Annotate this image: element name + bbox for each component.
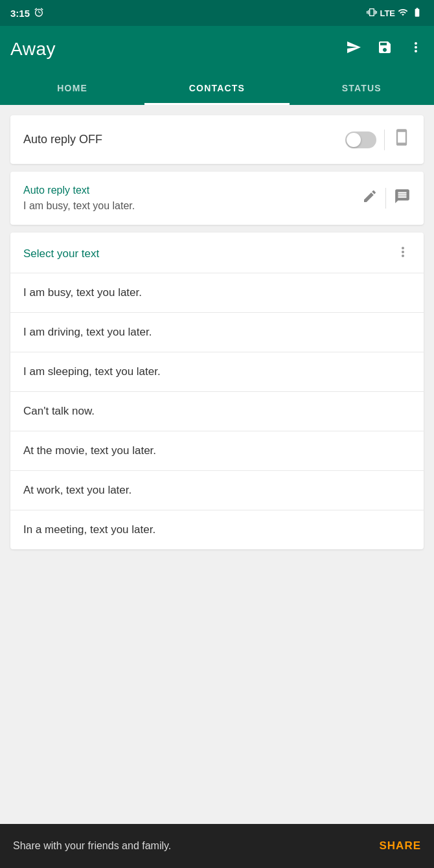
status-bar-right: LTE bbox=[367, 7, 424, 19]
tab-status[interactable]: STATUS bbox=[290, 73, 434, 104]
signal-icon bbox=[398, 7, 408, 19]
status-bar: 3:15 LTE bbox=[0, 0, 434, 26]
list-item[interactable]: At the movie, text you later. bbox=[10, 431, 424, 470]
list-item[interactable]: I am busy, text you later. bbox=[10, 273, 424, 312]
select-text-header: Select your text bbox=[10, 233, 424, 273]
list-item[interactable]: I am sleeping, text you later. bbox=[10, 352, 424, 391]
auto-reply-text-title: Auto reply text bbox=[23, 185, 362, 196]
tab-contacts[interactable]: CONTACTS bbox=[144, 73, 289, 104]
list-item[interactable]: In a meeting, text you later. bbox=[10, 510, 424, 549]
auto-reply-toggle[interactable] bbox=[345, 131, 376, 148]
vibrate-icon bbox=[367, 7, 377, 19]
list-item[interactable]: I am driving, text you later. bbox=[10, 312, 424, 352]
chat-icon[interactable] bbox=[394, 188, 411, 209]
app-bar-actions bbox=[346, 40, 424, 59]
app-title: Away bbox=[10, 39, 56, 60]
send-icon[interactable] bbox=[346, 40, 361, 59]
auto-reply-text-card: Auto reply text I am busy, text you late… bbox=[10, 172, 424, 225]
lte-label: LTE bbox=[380, 8, 395, 18]
more-vert-icon[interactable] bbox=[408, 40, 424, 59]
tab-home[interactable]: HOME bbox=[0, 73, 144, 104]
auto-reply-text-content: Auto reply text I am busy, text you late… bbox=[23, 185, 362, 212]
auto-reply-card: Auto reply OFF bbox=[10, 115, 424, 164]
main-content: Auto reply OFF Auto reply text I am busy… bbox=[0, 105, 434, 824]
select-text-title: Select your text bbox=[23, 247, 99, 260]
auto-reply-controls bbox=[345, 128, 411, 151]
time-display: 3:15 bbox=[10, 8, 30, 19]
divider-vertical bbox=[384, 130, 385, 150]
phone-icon[interactable] bbox=[393, 128, 411, 151]
auto-reply-label: Auto reply OFF bbox=[23, 133, 102, 146]
tabs-bar: HOME CONTACTS STATUS bbox=[0, 73, 434, 105]
save-icon[interactable] bbox=[377, 40, 393, 59]
select-text-more-icon[interactable] bbox=[395, 244, 411, 264]
edit-icon[interactable] bbox=[362, 188, 378, 208]
divider-vertical-2 bbox=[385, 188, 386, 209]
select-text-list: I am busy, text you later.I am driving, … bbox=[10, 273, 424, 549]
bottom-bar: Share with your friends and family. SHAR… bbox=[0, 824, 434, 868]
share-button[interactable]: SHARE bbox=[379, 839, 421, 852]
list-item[interactable]: Can't talk now. bbox=[10, 391, 424, 431]
status-bar-left: 3:15 bbox=[10, 7, 44, 19]
app-bar: Away bbox=[0, 26, 434, 73]
list-item[interactable]: At work, text you later. bbox=[10, 470, 424, 510]
auto-reply-text-body: I am busy, text you later. bbox=[23, 200, 362, 212]
select-text-card: Select your text I am busy, text you lat… bbox=[10, 233, 424, 549]
alarm-icon bbox=[34, 7, 44, 19]
battery-icon bbox=[411, 7, 424, 19]
bottom-bar-text: Share with your friends and family. bbox=[13, 840, 171, 852]
text-card-actions bbox=[362, 188, 411, 209]
